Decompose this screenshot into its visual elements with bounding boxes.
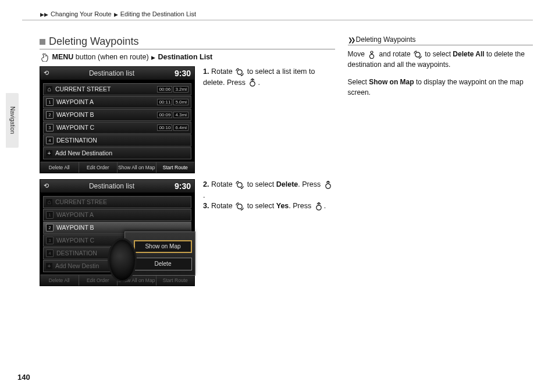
list-item-add[interactable]: +Add New Destination <box>43 147 191 159</box>
nav-title: Destination list <box>89 69 134 77</box>
breadcrumb: ▶▶ Changing Your Route ▶ Editing the Des… <box>40 10 533 17</box>
nav-screenshot-2: ⟲ Destination list 9:30 ⌂CURRENT STREE 1… <box>40 179 195 286</box>
list-item: ⌂CURRENT STREE <box>43 196 191 208</box>
nav-clock: 9:30 <box>175 69 191 78</box>
start-route-button: Start Route <box>156 275 195 286</box>
list-item[interactable]: ⌂CURRENT STREET00:063.2mi <box>43 83 191 95</box>
list-item: 1WAYPOINT A <box>43 209 191 221</box>
edit-order-button[interactable]: Edit Order <box>79 162 118 173</box>
tip-paragraph-2: Select Show on Map to display the waypoi… <box>348 77 533 98</box>
start-route-button[interactable]: Start Route <box>156 162 195 173</box>
tip-heading: ❯❯ Deleting Waypoints <box>348 35 533 45</box>
show-on-map-option[interactable]: Show on Map <box>134 240 192 253</box>
flag-icon: 1 <box>46 98 54 106</box>
rotate-knob-icon <box>414 51 422 59</box>
home-icon: ⌂ <box>46 86 52 92</box>
nav-title: Destination list <box>89 182 134 190</box>
side-tab-navigation: Navigation <box>6 93 19 148</box>
delete-option[interactable]: Delete <box>134 258 192 270</box>
page-number: 140 <box>17 373 30 382</box>
dial-wheel-icon <box>108 238 137 282</box>
chevron-right-icon: ▶ <box>151 55 155 60</box>
rotate-knob-icon <box>236 181 244 189</box>
section-title: Deleting Waypoints <box>49 35 138 48</box>
flag-icon: 2 <box>46 111 54 119</box>
nav-screenshot-1: ⟲ Destination list 9:30 ⌂CURRENT STREET0… <box>40 66 195 173</box>
flag-icon: 3 <box>46 124 54 131</box>
breadcrumb-a: Changing Your Route <box>51 10 112 17</box>
breadcrumb-chevron-icon: ▶ <box>114 12 118 17</box>
move-joystick-icon <box>368 51 376 59</box>
menu-path: MENU button (when en route) ▶ Destinatio… <box>40 53 335 62</box>
plus-icon: + <box>46 150 52 156</box>
divider <box>22 20 533 20</box>
breadcrumb-b: Editing the Destination List <box>120 10 196 17</box>
press-knob-icon <box>248 79 257 87</box>
tip-chevrons-icon: ❯❯ <box>348 37 354 43</box>
section-heading: Deleting Waypoints <box>40 35 335 49</box>
square-bullet-icon <box>40 39 45 45</box>
back-icon[interactable]: ⟲ <box>44 69 49 77</box>
list-item[interactable]: 4DESTINATION <box>43 134 191 147</box>
tip-paragraph-1: Move and rotate to select Delete All to … <box>348 49 533 70</box>
delete-all-button[interactable]: Delete All <box>40 162 79 173</box>
press-knob-icon <box>315 202 323 211</box>
rotate-knob-icon <box>236 68 244 76</box>
context-popup: Show on Map Delete <box>124 231 195 276</box>
list-item[interactable]: 1WAYPOINT A00:115.0mi <box>43 96 191 108</box>
rotate-knob-icon <box>236 202 244 211</box>
breadcrumb-chevron-icon: ▶▶ <box>40 12 48 17</box>
back-icon[interactable]: ⟲ <box>44 182 49 190</box>
flag-icon: 4 <box>46 137 54 144</box>
step-1: 1. Rotate to select a list item to delet… <box>203 66 335 88</box>
show-all-map-button[interactable]: Show All on Map <box>118 162 156 173</box>
list-item[interactable]: 2WAYPOINT B00:094.3mi <box>43 109 191 121</box>
step-3: 3. Rotate to select Yes. Press . <box>203 201 335 212</box>
nav-clock: 9:30 <box>175 181 191 191</box>
press-knob-icon <box>324 181 332 189</box>
delete-all-button: Delete All <box>40 275 79 286</box>
step-2: 2. Rotate to select Delete. Press . <box>203 179 335 201</box>
list-item[interactable]: 3WAYPOINT C00:106.4mi <box>43 122 191 134</box>
finger-icon <box>41 54 49 62</box>
edit-order-button: Edit Order <box>79 275 118 286</box>
